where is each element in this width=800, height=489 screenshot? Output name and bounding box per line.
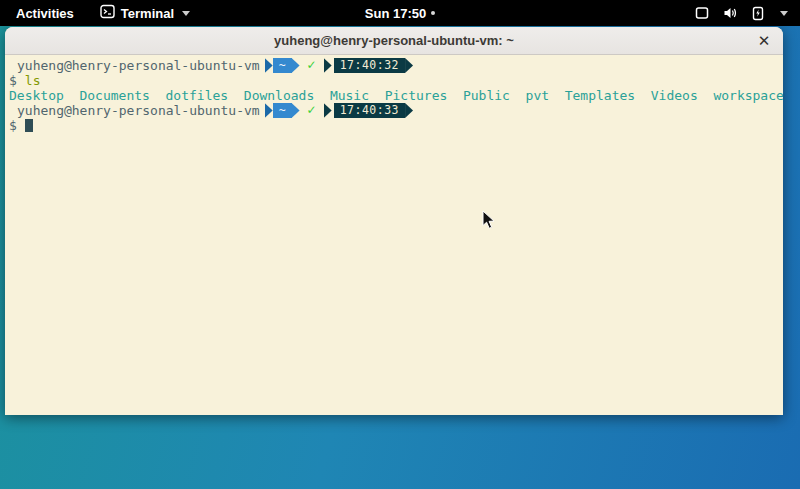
prompt-time-segment: 17:40:33 — [324, 103, 413, 118]
prompt-directory-segment: ~ — [265, 58, 300, 73]
powerline-arrow-icon — [405, 58, 413, 73]
close-icon[interactable]: ✕ — [751, 27, 777, 55]
system-status-area[interactable] — [694, 5, 800, 21]
success-check-icon: ✓ — [307, 58, 317, 73]
prompt-timestamp: 17:40:32 — [334, 58, 405, 73]
terminal-cursor — [25, 119, 33, 132]
powerline-arrow-icon — [292, 58, 300, 73]
prompt-user-host: yuheng@henry-personal-ubuntu-vm — [17, 103, 260, 118]
chevron-down-icon — [780, 11, 788, 16]
volume-icon — [722, 5, 738, 21]
prompt-dollar: $ — [9, 73, 17, 88]
powerline-arrow-icon — [292, 103, 300, 118]
prompt-line-2: yuheng@henry-personal-ubuntu-vm ~ ✓ 17:4… — [9, 103, 781, 118]
chevron-down-icon — [182, 11, 190, 16]
prompt-directory: ~ — [273, 58, 292, 73]
powerline-arrow-icon — [324, 58, 332, 73]
app-menu-label: Terminal — [121, 6, 174, 21]
command-line: $ ls — [9, 73, 781, 88]
terminal-view[interactable]: yuheng@henry-personal-ubuntu-vm ~ ✓ 17:4… — [5, 55, 783, 414]
prompt-directory-segment: ~ — [265, 103, 300, 118]
battery-charging-icon — [750, 5, 766, 21]
input-line[interactable]: $ — [9, 118, 781, 133]
prompt-time-segment: 17:40:32 — [324, 58, 413, 73]
top-bar-left: Activities Terminal — [0, 4, 190, 22]
window-title: yuheng@henry-personal-ubuntu-vm: ~ — [274, 33, 514, 48]
terminal-window: yuheng@henry-personal-ubuntu-vm: ~ ✕ yuh… — [5, 27, 783, 415]
ls-output-line: Desktop Documents dotfiles Downloads Mus… — [9, 88, 781, 103]
prompt-timestamp: 17:40:33 — [334, 103, 405, 118]
window-titlebar[interactable]: yuheng@henry-personal-ubuntu-vm: ~ ✕ — [5, 27, 783, 55]
powerline-arrow-icon — [324, 103, 332, 118]
powerline-arrow-icon — [265, 103, 273, 118]
powerline-arrow-icon — [265, 58, 273, 73]
powerline-arrow-icon — [405, 103, 413, 118]
activities-button[interactable]: Activities — [10, 6, 80, 21]
screen-icon — [694, 5, 710, 21]
prompt-line-1: yuheng@henry-personal-ubuntu-vm ~ ✓ 17:4… — [9, 58, 781, 73]
prompt-dollar: $ — [9, 118, 17, 133]
clock[interactable]: Sun 17:50 — [365, 6, 426, 21]
ls-output: Desktop Documents dotfiles Downloads Mus… — [9, 88, 783, 103]
terminal-app-icon — [100, 4, 115, 22]
prompt-directory: ~ — [273, 103, 292, 118]
notification-dot-icon — [431, 11, 435, 15]
success-check-icon: ✓ — [307, 103, 317, 118]
app-menu[interactable]: Terminal — [100, 4, 190, 22]
prompt-user-host: yuheng@henry-personal-ubuntu-vm — [17, 58, 260, 73]
top-bar: Activities Terminal Sun 17:50 — [0, 0, 800, 26]
typed-command: ls — [25, 73, 41, 88]
